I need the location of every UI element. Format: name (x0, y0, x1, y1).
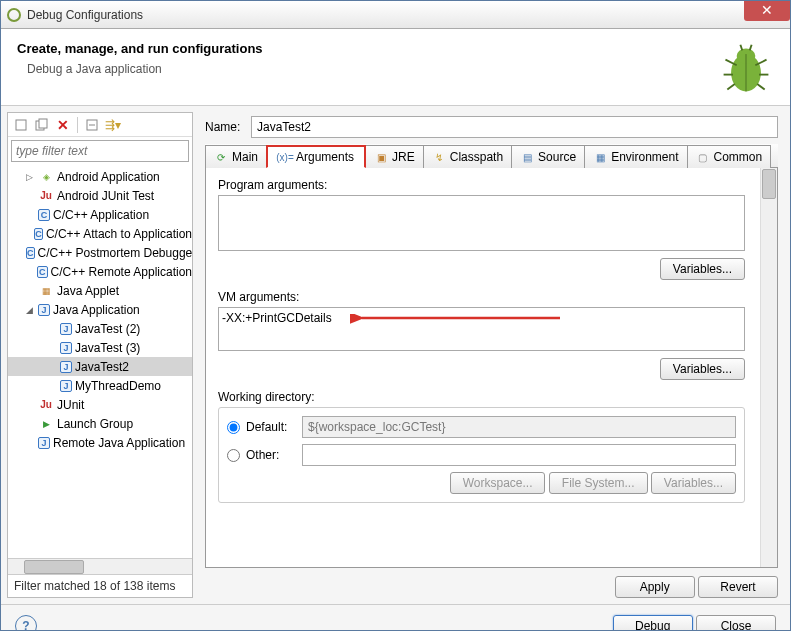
tab-label: Classpath (450, 150, 503, 164)
tree-item[interactable]: JuJUnit (8, 395, 192, 414)
tab-icon: ▦ (593, 150, 607, 164)
filter-box (11, 140, 189, 162)
svg-line-9 (740, 45, 742, 51)
tree-item[interactable]: JJavaTest (2) (8, 319, 192, 338)
tree-item[interactable]: JRemote Java Application (8, 433, 192, 452)
name-label: Name: (205, 120, 251, 134)
tab-common[interactable]: ▢Common (687, 145, 772, 168)
filter-status: Filter matched 18 of 138 items (8, 574, 192, 597)
wd-other-radio[interactable] (227, 449, 240, 462)
wd-default-label: Default: (246, 420, 296, 434)
program-variables-button[interactable]: Variables... (660, 258, 745, 280)
tree-item-label: JUnit (57, 398, 84, 412)
tree-item-label: Java Applet (57, 284, 119, 298)
tree-item[interactable]: CC/C++ Remote Application (8, 262, 192, 281)
wd-default-input (302, 416, 736, 438)
tab-label: Source (538, 150, 576, 164)
apply-button[interactable]: Apply (615, 576, 695, 598)
tab-icon: ▤ (520, 150, 534, 164)
dialog-header: Create, manage, and run configurations D… (1, 29, 790, 106)
tree-item[interactable]: CC/C++ Application (8, 205, 192, 224)
tab-environment[interactable]: ▦Environment (584, 145, 687, 168)
duplicate-config-icon[interactable] (33, 116, 51, 134)
svg-line-8 (757, 84, 764, 90)
revert-button[interactable]: Revert (698, 576, 778, 598)
working-dir-label: Working directory: (218, 390, 745, 404)
wd-other-label: Other: (246, 448, 296, 462)
tree-item[interactable]: CC/C++ Attach to Application (8, 224, 192, 243)
tree-item[interactable]: JJavaTest2 (8, 357, 192, 376)
tree-item-label: Java Application (53, 303, 140, 317)
tab-icon: ↯ (432, 150, 446, 164)
filter-input[interactable] (11, 140, 189, 162)
tab-classpath[interactable]: ↯Classpath (423, 145, 512, 168)
config-tree[interactable]: ▷◈Android ApplicationJuAndroid JUnit Tes… (8, 165, 192, 558)
tree-item-label: C/C++ Attach to Application (46, 227, 192, 241)
svg-rect-13 (39, 119, 47, 128)
header-title: Create, manage, and run configurations (17, 41, 263, 56)
tree-item-label: Launch Group (57, 417, 133, 431)
name-input[interactable] (251, 116, 778, 138)
tree-item[interactable]: ◢JJava Application (8, 300, 192, 319)
svg-rect-11 (16, 120, 26, 130)
tree-item[interactable]: JJavaTest (3) (8, 338, 192, 357)
tab-label: JRE (392, 150, 415, 164)
debug-button[interactable]: Debug (613, 615, 693, 631)
wd-workspace-button[interactable]: Workspace... (450, 472, 546, 494)
title-bar: Debug Configurations ✕ (1, 1, 790, 29)
debug-bug-icon (718, 41, 774, 97)
tree-item[interactable]: JMyThreadDemo (8, 376, 192, 395)
tree-item[interactable]: JuAndroid JUnit Test (8, 186, 192, 205)
help-button[interactable]: ? (15, 615, 37, 631)
tree-item[interactable]: ▷◈Android Application (8, 167, 192, 186)
svg-line-7 (727, 84, 734, 90)
tab-main[interactable]: ⟳Main (205, 145, 267, 168)
tab-label: Environment (611, 150, 678, 164)
new-config-icon[interactable] (12, 116, 30, 134)
tree-item[interactable]: ▶Launch Group (8, 414, 192, 433)
wd-filesystem-button[interactable]: File System... (549, 472, 648, 494)
tab-source[interactable]: ▤Source (511, 145, 585, 168)
tab-icon: ⟳ (214, 150, 228, 164)
tab-arguments[interactable]: (x)=Arguments (266, 145, 366, 168)
close-button[interactable]: Close (696, 615, 776, 631)
tab-jre[interactable]: ▣JRE (365, 145, 424, 168)
right-panel: Name: ⟳Main(x)=Arguments▣JRE↯Classpath▤S… (193, 106, 790, 604)
left-panel: ✕ ⇶▾ ▷◈Android ApplicationJuAndroid JUni… (7, 112, 193, 598)
tree-item-label: C/C++ Remote Application (51, 265, 192, 279)
vm-args-textarea[interactable]: -XX:+PrintGCDetails (218, 307, 745, 351)
tree-item-label: Android Application (57, 170, 160, 184)
tab-icon: ▢ (696, 150, 710, 164)
program-args-label: Program arguments: (218, 178, 745, 192)
content-vscroll[interactable] (760, 168, 777, 567)
tab-icon: (x)= (278, 150, 292, 164)
tree-item[interactable]: ▦Java Applet (8, 281, 192, 300)
tree-item[interactable]: CC/C++ Postmortem Debugger (8, 243, 192, 262)
tab-bar: ⟳Main(x)=Arguments▣JRE↯Classpath▤Source▦… (205, 144, 778, 168)
vm-args-label: VM arguments: (218, 290, 745, 304)
delete-config-icon[interactable]: ✕ (54, 116, 72, 134)
tree-item-label: JavaTest (3) (75, 341, 140, 355)
tree-hscroll[interactable] (8, 558, 192, 574)
tree-item-label: Remote Java Application (53, 436, 185, 450)
svg-line-10 (750, 45, 752, 51)
wd-other-input[interactable] (302, 444, 736, 466)
tree-item-label: MyThreadDemo (75, 379, 161, 393)
tab-icon: ▣ (374, 150, 388, 164)
header-subtitle: Debug a Java application (27, 62, 263, 76)
tree-item-label: JavaTest2 (75, 360, 129, 374)
tab-label: Common (714, 150, 763, 164)
dialog-footer: ? Debug Close (1, 604, 790, 631)
vm-variables-button[interactable]: Variables... (660, 358, 745, 380)
collapse-all-icon[interactable] (83, 116, 101, 134)
close-window-button[interactable]: ✕ (744, 1, 790, 21)
tab-label: Main (232, 150, 258, 164)
program-args-textarea[interactable] (218, 195, 745, 251)
filter-icon[interactable]: ⇶▾ (104, 116, 122, 134)
wd-default-radio[interactable] (227, 421, 240, 434)
tree-item-label: Android JUnit Test (57, 189, 154, 203)
tree-item-label: C/C++ Postmortem Debugger (38, 246, 193, 260)
wd-variables-button[interactable]: Variables... (651, 472, 736, 494)
tree-toolbar: ✕ ⇶▾ (8, 113, 192, 137)
tab-label: Arguments (296, 150, 354, 164)
